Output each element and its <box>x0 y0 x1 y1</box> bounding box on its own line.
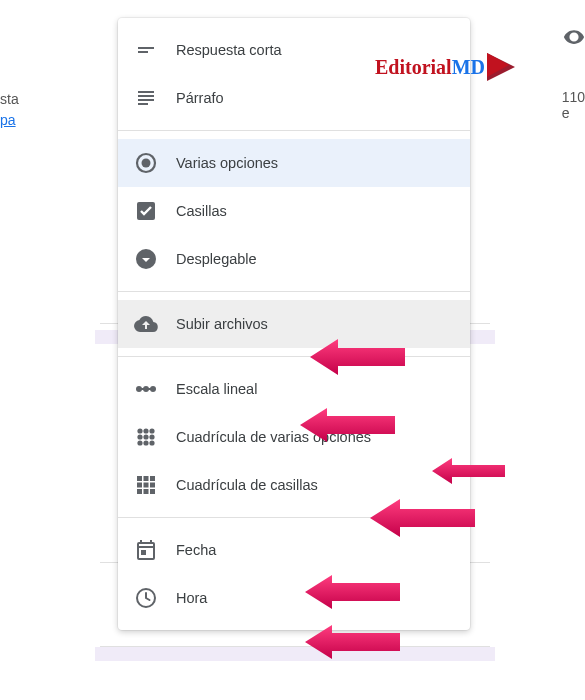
menu-label: Casillas <box>176 203 227 219</box>
menu-label: Varias opciones <box>176 155 278 171</box>
checkbox-grid-icon <box>134 473 158 497</box>
dropdown-icon <box>134 247 158 271</box>
menu-item-short-answer[interactable]: Respuesta corta <box>118 26 470 74</box>
time-icon <box>134 586 158 610</box>
cloud-upload-icon <box>134 312 158 336</box>
menu-label: Cuadrícula de casillas <box>176 477 318 493</box>
short-text-icon <box>134 38 158 62</box>
svg-point-14 <box>143 440 148 445</box>
menu-item-multiple-choice[interactable]: Varias opciones <box>118 139 470 187</box>
menu-item-multiple-choice-grid[interactable]: Cuadrícula de varias opciones <box>118 413 470 461</box>
menu-item-checkboxes[interactable]: Casillas <box>118 187 470 235</box>
preview-eye-icon <box>563 26 585 52</box>
svg-rect-18 <box>150 476 155 481</box>
bg-text-link: pa <box>0 112 16 128</box>
svg-rect-17 <box>144 476 149 481</box>
svg-rect-22 <box>137 489 142 494</box>
svg-point-8 <box>143 428 148 433</box>
svg-point-6 <box>150 386 156 392</box>
menu-item-checkbox-grid[interactable]: Cuadrícula de casillas <box>118 461 470 509</box>
paragraph-icon <box>134 86 158 110</box>
menu-label: Fecha <box>176 542 216 558</box>
svg-rect-21 <box>150 483 155 488</box>
menu-label: Cuadrícula de varias opciones <box>176 429 371 445</box>
svg-rect-20 <box>144 483 149 488</box>
svg-rect-23 <box>144 489 149 494</box>
svg-rect-19 <box>137 483 142 488</box>
background-divider <box>100 646 490 647</box>
svg-point-4 <box>136 386 142 392</box>
menu-label: Escala lineal <box>176 381 257 397</box>
linear-scale-icon <box>134 377 158 401</box>
menu-item-linear-scale[interactable]: Escala lineal <box>118 365 470 413</box>
menu-item-dropdown[interactable]: Desplegable <box>118 235 470 283</box>
checkbox-icon <box>134 199 158 223</box>
svg-rect-24 <box>150 489 155 494</box>
svg-point-12 <box>149 434 154 439</box>
menu-divider <box>118 517 470 518</box>
menu-label: Respuesta corta <box>176 42 282 58</box>
question-type-dropdown: Respuesta corta Párrafo Varias opciones … <box>118 18 470 630</box>
menu-label: Párrafo <box>176 90 224 106</box>
svg-point-5 <box>143 386 149 392</box>
menu-label: Subir archivos <box>176 316 268 332</box>
menu-label: Desplegable <box>176 251 257 267</box>
menu-item-paragraph[interactable]: Párrafo <box>118 74 470 122</box>
svg-point-15 <box>149 440 154 445</box>
radio-grid-icon <box>134 425 158 449</box>
svg-point-7 <box>137 428 142 433</box>
background-text-fragment: sta pa <box>0 89 19 131</box>
menu-divider <box>118 291 470 292</box>
menu-label: Hora <box>176 590 207 606</box>
menu-item-file-upload[interactable]: Subir archivos <box>118 300 470 348</box>
svg-point-1 <box>142 159 151 168</box>
svg-point-13 <box>137 440 142 445</box>
menu-item-date[interactable]: Fecha <box>118 526 470 574</box>
menu-divider <box>118 130 470 131</box>
background-bar <box>95 647 495 661</box>
svg-point-11 <box>143 434 148 439</box>
svg-point-9 <box>149 428 154 433</box>
svg-point-10 <box>137 434 142 439</box>
bg-text: sta <box>0 91 19 107</box>
svg-rect-16 <box>137 476 142 481</box>
menu-item-time[interactable]: Hora <box>118 574 470 622</box>
date-icon <box>134 538 158 562</box>
radio-icon <box>134 151 158 175</box>
background-number: 110 e <box>562 89 585 121</box>
menu-divider <box>118 356 470 357</box>
